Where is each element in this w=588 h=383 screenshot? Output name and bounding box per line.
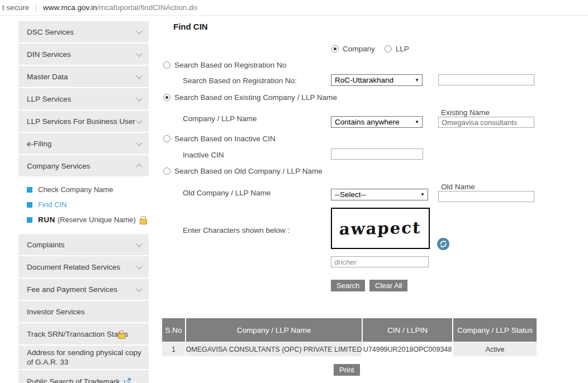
header-sno: S.No <box>162 318 185 342</box>
chevron-down-icon <box>136 50 142 56</box>
sidebar-item-label: Complaints <box>27 241 65 249</box>
subitem-label-active: Find CIN <box>38 200 67 209</box>
sidebar-item-label: LLP Services For Business User <box>27 117 135 126</box>
roc-select-value: RoC-Uttarakhand <box>335 76 393 84</box>
print-button[interactable]: Print <box>334 364 360 376</box>
lock-icon <box>118 331 125 338</box>
captcha-image: awapect <box>331 208 430 249</box>
old-name-label: Old Name <box>441 183 475 191</box>
inactive-cin-input[interactable] <box>331 149 423 160</box>
sidebar-item-label: Fee and Payment Services <box>27 285 117 294</box>
sidebar-subitem-run[interactable]: RUN (Reserve Unique Name) <box>18 212 149 227</box>
sidebar-item-din-services[interactable]: DIN Services <box>18 44 149 65</box>
inactive-radio-label: Search Based on Inactive CIN <box>174 135 276 143</box>
captcha-input[interactable] <box>331 256 429 267</box>
chevron-down-icon <box>136 140 142 146</box>
chevron-down-icon <box>136 95 142 101</box>
subitem-label: Check Company Name <box>38 185 113 194</box>
old-name-select[interactable]: --Select-- ▼ <box>331 189 428 200</box>
company-radio[interactable] <box>331 45 339 52</box>
existing-radio[interactable] <box>163 94 170 101</box>
dropdown-caret-icon: ▼ <box>415 78 419 83</box>
sidebar-item-gar33-address[interactable]: Address for sending physical copy of G.A… <box>18 346 149 369</box>
bullet-square-icon <box>27 187 32 193</box>
sidebar-item-label: Document Related Services <box>27 263 120 271</box>
registration-radio-row: Search Based on Registration No <box>163 61 286 69</box>
cell-company-name: OMEGAVISA CONSULTANTS (OPC) PRIVATE LIMI… <box>186 342 362 356</box>
page: t secure www.mca.gov.in/mcafoportal/find… <box>0 0 588 383</box>
sidebar-item-llp-services[interactable]: LLP Services <box>18 88 149 109</box>
lock-icon <box>140 216 146 223</box>
registration-radio[interactable] <box>163 61 170 69</box>
captcha-text: awapect <box>339 218 421 239</box>
chevron-up-icon <box>136 164 142 170</box>
sidebar-item-track-srn-status[interactable]: Track SRN/Transaction Status <box>18 323 149 344</box>
old-radio-row: Search Based on Old Company / LLP Name <box>163 167 323 175</box>
results-table-header: S.No Company / LLP Name CIN / LLPIN Comp… <box>162 318 537 342</box>
registration-radio-label: Search Based on Registration No <box>174 61 286 69</box>
cell-sno: 1 <box>162 342 185 356</box>
bullet-square-icon <box>27 202 32 208</box>
sidebar-item-investor-services[interactable]: Investor Services <box>18 301 149 322</box>
existing-name-label: Existing Name <box>441 108 490 117</box>
old-company-llp-name-label: Old Company / LLP Name <box>183 189 271 197</box>
sidebar-item-master-data[interactable]: Master Data <box>18 66 149 87</box>
security-label: t secure <box>2 3 29 12</box>
chevron-down-icon <box>136 285 142 291</box>
sidebar-item-public-search-trademark[interactable]: Public Search of Trademark <box>18 370 149 383</box>
company-services-subpanel: Check Company Name Find CIN RUN (Reserve… <box>18 178 149 233</box>
url-path: /mcafoportal/findCINAction.do <box>97 3 197 12</box>
url-text: www.mca.gov.in/mcafoportal/findCINAction… <box>43 3 197 12</box>
sidebar-subitem-check-company-name[interactable]: Check Company Name <box>18 182 149 197</box>
chevron-down-icon <box>136 28 142 34</box>
company-llp-name-label: Company / LLP Name <box>183 114 257 123</box>
table-row: 1 OMEGAVISA CONSULTANTS (OPC) PRIVATE LI… <box>162 342 537 356</box>
sidebar-item-e-filing[interactable]: e-Filing <box>18 133 149 154</box>
contains-select[interactable]: Contains anywhere ▼ <box>331 116 423 128</box>
roc-select[interactable]: RoC-Uttarakhand ▼ <box>331 74 423 86</box>
old-radio[interactable] <box>163 167 170 175</box>
search-button[interactable]: Search <box>331 280 365 291</box>
inactive-cin-label: Inactive CIN <box>183 151 224 159</box>
url-domain: www.mca.gov.in <box>43 3 97 12</box>
refresh-captcha-icon[interactable] <box>437 237 450 253</box>
existing-radio-label: Search Based on Existing Company / LLP N… <box>174 93 337 102</box>
sidebar-subitem-find-cin[interactable]: Find CIN <box>18 197 149 212</box>
clear-all-button[interactable]: Clear All <box>369 280 407 291</box>
sidebar-item-dsc-services[interactable]: DSC Services <box>18 21 149 42</box>
chevron-down-icon <box>136 117 142 123</box>
subitem-label: (Reserve Unique Name) <box>58 216 136 224</box>
sidebar-item-label: e-Filing <box>27 140 51 148</box>
sidebar-item-label: LLP Services <box>27 95 71 103</box>
sidebar-item-complaints[interactable]: Complaints <box>18 234 149 255</box>
url-divider <box>36 3 36 12</box>
browser-address-bar[interactable]: t secure www.mca.gov.in/mcafoportal/find… <box>0 0 588 16</box>
dropdown-caret-icon: ▼ <box>415 119 419 125</box>
existing-name-input[interactable] <box>438 117 534 128</box>
chevron-down-icon <box>136 263 142 269</box>
old-radio-label: Search Based on Old Company / LLP Name <box>174 167 323 175</box>
header-cin: CIN / LLPIN <box>363 318 452 342</box>
old-name-input[interactable] <box>438 191 534 202</box>
company-radio-label: Company <box>343 45 375 53</box>
header-company-name: Company / LLP Name <box>186 318 362 342</box>
chevron-down-icon <box>136 73 142 79</box>
sidebar-item-label: Track SRN/Transaction Status <box>27 330 128 338</box>
sidebar-item-fee-and-payment-services[interactable]: Fee and Payment Services <box>18 279 149 300</box>
sidebar-item-company-services[interactable]: Company Services <box>18 155 149 176</box>
registration-field-label: Search Based on Registration No: <box>183 76 297 85</box>
results-table: S.No Company / LLP Name CIN / LLPIN Comp… <box>162 318 537 356</box>
inactive-radio[interactable] <box>163 135 170 142</box>
registration-no-input[interactable] <box>438 74 534 85</box>
sidebar-item-llp-services-business-user[interactable]: LLP Services For Business User <box>18 111 149 132</box>
captcha-label: Enter Characters shown below : <box>183 226 290 234</box>
dropdown-caret-icon: ▼ <box>420 192 425 197</box>
page-title: Find CIN <box>173 22 208 31</box>
sidebar-item-document-related-services[interactable]: Document Related Services <box>18 256 149 277</box>
existing-radio-row: Search Based on Existing Company / LLP N… <box>163 93 337 102</box>
old-name-select-value: --Select-- <box>335 190 366 199</box>
sidebar: DSC Services DIN Services Master Data LL… <box>18 21 149 383</box>
llp-radio[interactable] <box>385 45 392 52</box>
sidebar-item-label: Master Data <box>27 73 68 81</box>
llp-radio-label: LLP <box>396 45 409 53</box>
